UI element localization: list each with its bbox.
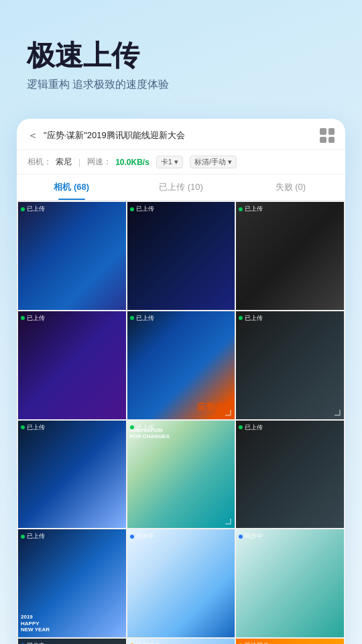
status-badge-1: 已上传 bbox=[21, 205, 45, 213]
grid-item-2[interactable]: 已上传 bbox=[127, 202, 235, 310]
tab-bar: 相机 (68) 已上传 (10) 失败 (0) bbox=[17, 174, 345, 201]
status-badge-13: 同步中 bbox=[21, 641, 45, 644]
status-badge-5: 已上传 bbox=[130, 314, 154, 323]
status-badge-2: 已上传 bbox=[130, 205, 154, 213]
cell-text-10: 2019HAPPYNEW YEAR bbox=[21, 614, 123, 633]
camera-label: 相机： bbox=[27, 156, 52, 168]
grid-item-4[interactable]: 已上传 bbox=[18, 311, 126, 419]
grid-item-15[interactable]: 等待同步 一键上传 bbox=[236, 639, 344, 644]
status-badge-14: 等待同步 bbox=[130, 641, 160, 644]
status-badge-3: 已上传 bbox=[239, 205, 263, 213]
grid-item-8[interactable]: 已上传 INNOVATIONFOR CHANGES bbox=[127, 421, 235, 529]
grid-item-11[interactable]: 同步中 bbox=[127, 529, 235, 637]
grid-item-10[interactable]: 已上传 2019HAPPYNEW YEAR bbox=[18, 529, 126, 637]
card-title: "应势·谋新"2019腾讯职能线迎新大会 bbox=[44, 129, 185, 142]
grid-item-9[interactable]: 已上传 bbox=[236, 421, 344, 529]
tab-failed[interactable]: 失败 (0) bbox=[236, 174, 345, 200]
hero-subtitle: 逻辑重构 追求极致的速度体验 bbox=[27, 78, 335, 92]
grid-item-14[interactable]: 等待同步 bbox=[127, 639, 235, 644]
hero-title: 极速上传 bbox=[27, 40, 335, 71]
status-badge-7: 已上传 bbox=[21, 423, 45, 432]
status-badge-9: 已上传 bbox=[239, 423, 263, 432]
grid-item-7[interactable]: 已上传 bbox=[18, 421, 126, 529]
info-bar: 相机： 索尼 | 网速： 10.0KB/s 卡1 ▾ 标清/手动 ▾ bbox=[17, 150, 345, 174]
grid-item-5[interactable]: 已上传 应势谋新 bbox=[127, 311, 235, 419]
status-badge-12: 同步中 bbox=[239, 532, 263, 541]
back-button[interactable]: ＜ bbox=[27, 129, 38, 143]
image-grid: 已上传 已上传 已上传 已上传 已上传 bbox=[17, 201, 345, 644]
grid-item-13[interactable]: 同步中 bbox=[18, 639, 126, 644]
grid-item-12[interactable]: 同步中 bbox=[236, 529, 344, 637]
header-left: ＜ "应势·谋新"2019腾讯职能线迎新大会 bbox=[27, 129, 185, 143]
speed-value: 10.0KB/s bbox=[115, 158, 149, 167]
status-badge-10: 已上传 bbox=[21, 532, 45, 541]
tab-camera[interactable]: 相机 (68) bbox=[17, 174, 126, 200]
status-badge-6: 已上传 bbox=[239, 314, 263, 323]
grid-item-6[interactable]: 已上传 bbox=[236, 311, 344, 419]
card-header: ＜ "应势·谋新"2019腾讯职能线迎新大会 bbox=[17, 119, 345, 150]
phone-card: ＜ "应势·谋新"2019腾讯职能线迎新大会 相机： 索尼 | 网速： 10.0… bbox=[17, 119, 345, 644]
card-selector[interactable]: 卡1 ▾ bbox=[156, 156, 183, 168]
resize-icon-5 bbox=[224, 409, 232, 417]
status-dot-1 bbox=[21, 207, 25, 211]
hero-section: 极速上传 逻辑重构 追求极致的速度体验 bbox=[0, 0, 362, 112]
speed-label: 网速： bbox=[87, 156, 111, 168]
cell-text-5: 应势谋新 bbox=[130, 402, 233, 413]
resize-icon-6 bbox=[333, 409, 341, 417]
status-badge-4: 已上传 bbox=[21, 314, 45, 323]
status-badge-15: 等待同步 bbox=[239, 641, 269, 644]
camera-value: 索尼 bbox=[56, 156, 72, 168]
resize-icon-8 bbox=[224, 517, 232, 525]
grid-item-1[interactable]: 已上传 bbox=[18, 202, 126, 310]
tab-uploaded[interactable]: 已上传 (10) bbox=[126, 174, 235, 200]
quality-selector[interactable]: 标清/手动 ▾ bbox=[190, 156, 237, 168]
status-badge-11: 同步中 bbox=[130, 532, 154, 541]
status-badge-8: 已上传 bbox=[130, 423, 154, 432]
grid-item-3[interactable]: 已上传 bbox=[236, 202, 344, 310]
grid-view-button[interactable] bbox=[320, 128, 335, 143]
